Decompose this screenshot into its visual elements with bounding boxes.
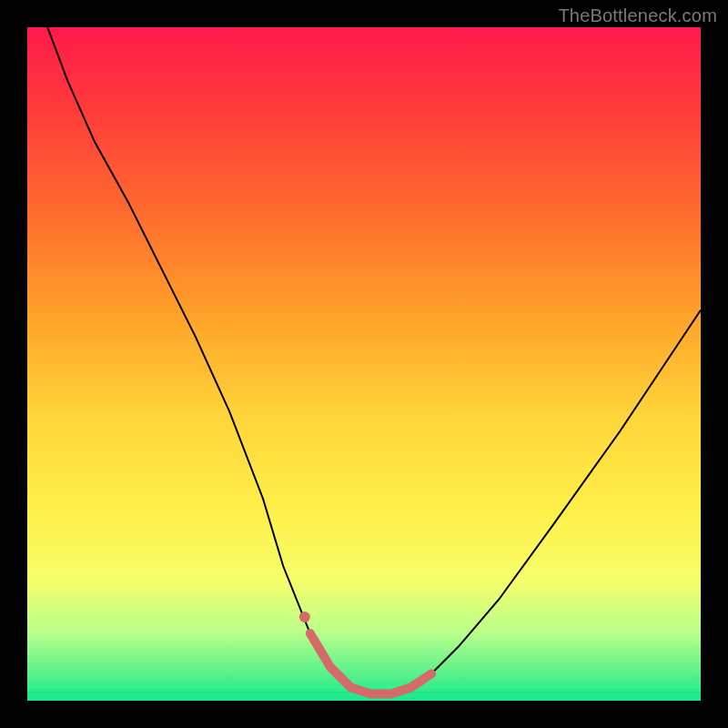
optimal-zone-highlight	[310, 633, 431, 694]
watermark-text: TheBottleneck.com	[558, 5, 717, 26]
bottleneck-curve	[47, 27, 701, 694]
plot-area	[27, 27, 701, 701]
optimal-zone-dot	[299, 612, 310, 622]
bottleneck-curve-svg	[27, 27, 701, 701]
chart-frame: TheBottleneck.com	[0, 0, 728, 728]
